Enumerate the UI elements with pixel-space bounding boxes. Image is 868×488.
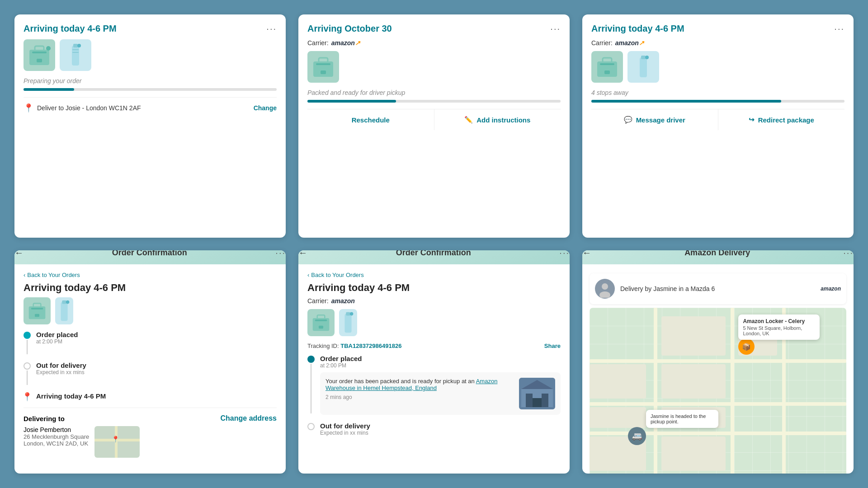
timeline-content-2: Arriving today 4-6 PM: [36, 392, 277, 400]
add-instructions-button[interactable]: ✏️ Add instructions: [434, 109, 561, 130]
oc-title-right: Amazon Delivery: [684, 250, 750, 258]
timeline-item-m0: Order placed at 2:00 PM Your order has b…: [307, 355, 561, 415]
top-middle-menu[interactable]: ···: [550, 23, 561, 34]
top-left-delivery-row: 📍 Deliver to Josie - London WC1N 2AF Cha…: [24, 97, 277, 113]
svg-rect-2: [32, 52, 47, 53]
back-arrow-middle[interactable]: ←: [298, 250, 307, 258]
oc-menu-left[interactable]: ···: [275, 250, 286, 258]
top-right-header: Arriving today 4-6 PM ···: [591, 23, 844, 34]
timeline-content-1: Out for delivery Expected in xx mins: [36, 361, 277, 375]
bottom-middle-card: ← Order Confirmation ··· ‹ Back to Your …: [298, 250, 570, 474]
timeline-sub-0: at 2:00 PM: [36, 338, 277, 345]
oc-menu-right[interactable]: ···: [843, 250, 854, 258]
top-left-status: Preparing your order: [24, 77, 277, 84]
top-middle-card: Arriving October 30 ··· Carrier: amazon↗…: [298, 14, 570, 238]
svg-rect-17: [604, 70, 610, 74]
timeline-content-m0: Order placed at 2:00 PM Your order has b…: [320, 355, 561, 415]
change-address-link[interactable]: Change address: [221, 414, 277, 422]
map-block-8: [661, 436, 726, 471]
edit-icon: ✏️: [464, 116, 473, 124]
mini-map-left: 📍: [94, 426, 140, 458]
timeline-title-m0: Order placed: [320, 355, 561, 362]
timeline-title-2: Arriving today 4-6 PM: [36, 392, 277, 400]
oc-top-bar-left: ← Order Confirmation ···: [14, 250, 286, 264]
warehouse-link[interactable]: Amazon Warehouse in Hemel Hempstead, Eng…: [326, 378, 497, 391]
top-right-products: [591, 51, 844, 83]
bottom-left-card: ← Order Confirmation ··· ‹ Back to Your …: [14, 250, 286, 474]
address-row: Josie Pemberton 26 Mecklenburgh Square L…: [24, 426, 277, 458]
timeline-dot-1: [24, 362, 31, 370]
map-road-h1: [590, 359, 846, 363]
tracking-id-value[interactable]: TBA128372986491826: [340, 343, 401, 349]
back-arrow-right[interactable]: ←: [582, 250, 591, 258]
delivering-to-section: Delivering to Change address Josie Pembe…: [24, 408, 277, 458]
svg-rect-38: [526, 394, 533, 407]
delivering-title: Delivering to: [24, 415, 65, 422]
reschedule-button[interactable]: Reschedule: [307, 109, 434, 130]
svg-rect-25: [61, 302, 67, 321]
oc-arriving-left: Arriving today 4-6 PM: [24, 282, 277, 294]
timeline-title-m1: Out for delivery: [320, 422, 561, 430]
oc-top-bar-middle: ← Order Confirmation ···: [298, 250, 570, 264]
oc-menu-middle[interactable]: ···: [559, 250, 570, 258]
amazon-logo-right: amazon: [821, 286, 841, 292]
svg-rect-11: [319, 58, 328, 62]
svg-rect-30: [315, 319, 327, 321]
amazon-logo-top-right: amazon↗: [615, 39, 644, 47]
svg-rect-13: [321, 70, 326, 74]
svg-rect-39: [542, 394, 548, 407]
driver-bubble: Jasmine is headed to the pickup point.: [646, 410, 718, 428]
locker-title: Amazon Locker - Celery: [743, 318, 815, 324]
top-middle-status: Packed and ready for driver pickup: [307, 89, 561, 96]
locker-info-bubble: Amazon Locker - Celery 5 New St Square, …: [738, 314, 820, 340]
oc-body-right: Delivery by Jasmine in a Mazda 6 amazon: [582, 264, 854, 474]
svg-rect-22: [33, 303, 41, 307]
back-arrow-left[interactable]: ←: [14, 250, 24, 258]
top-left-progress-bg: [24, 88, 277, 91]
location-icon: 📍: [24, 103, 33, 113]
svg-point-20: [645, 56, 649, 59]
carrier-label-m: Carrier:: [307, 297, 329, 305]
top-left-title: Arriving today 4-6 PM: [24, 23, 117, 34]
timeline-sub-m1: Expected in xx mins: [320, 430, 561, 436]
address-name: Josie Pemberton: [24, 426, 89, 433]
top-middle-carrier: Carrier: amazon↗: [307, 39, 561, 47]
change-address-button[interactable]: Change: [254, 104, 277, 112]
svg-rect-23: [31, 308, 43, 309]
back-to-orders-left[interactable]: ‹ Back to Your Orders: [24, 272, 277, 278]
top-right-progress-bg: [591, 100, 844, 103]
address-text: Josie Pemberton 26 Mecklenburgh Square L…: [24, 426, 89, 447]
amazon-logo-middle: amazon: [331, 297, 355, 305]
top-middle-progress-bg: [307, 100, 561, 103]
timeline-left: Order placed at 2:00 PM Out for delivery…: [24, 331, 277, 400]
share-button[interactable]: Share: [544, 343, 561, 349]
svg-point-3: [46, 46, 51, 51]
svg-rect-24: [35, 314, 39, 317]
top-left-menu[interactable]: ···: [266, 23, 277, 34]
oc-products-left: [24, 297, 277, 324]
svg-rect-40: [533, 398, 542, 407]
timeline-content-m1: Out for delivery Expected in xx mins: [320, 422, 561, 436]
top-right-actions: 💬 Message driver ↪ Redirect package: [591, 109, 844, 130]
product-tube-1: [60, 39, 91, 71]
top-right-status: 4 stops away: [591, 89, 844, 96]
top-middle-products: [307, 51, 561, 83]
tracking-label: Tracking ID:: [307, 343, 339, 349]
top-right-title: Arriving today 4-6 PM: [591, 23, 684, 34]
message-driver-button[interactable]: 💬 Message driver: [591, 109, 718, 130]
back-to-orders-middle[interactable]: ‹ Back to Your Orders: [307, 272, 561, 278]
map-road-v1: [654, 308, 657, 474]
top-right-menu[interactable]: ···: [834, 23, 844, 34]
oc-top-bar-right: ← Amazon Delivery ···: [582, 250, 854, 264]
timeline-title-1: Out for delivery: [36, 361, 277, 369]
timeline-dot-m1: [307, 423, 315, 430]
oc-bag-left: [24, 297, 51, 324]
oc-title-left: Order Confirmation: [112, 250, 187, 258]
oc-tube-middle: [339, 309, 357, 336]
oc-products-middle: [307, 309, 561, 336]
delivering-header: Delivering to Change address: [24, 414, 277, 422]
back-chevron-left: ‹: [24, 272, 25, 278]
redirect-package-button[interactable]: ↪ Redirect package: [718, 109, 845, 130]
driver-avatar: [595, 279, 615, 299]
svg-rect-4: [37, 59, 42, 62]
